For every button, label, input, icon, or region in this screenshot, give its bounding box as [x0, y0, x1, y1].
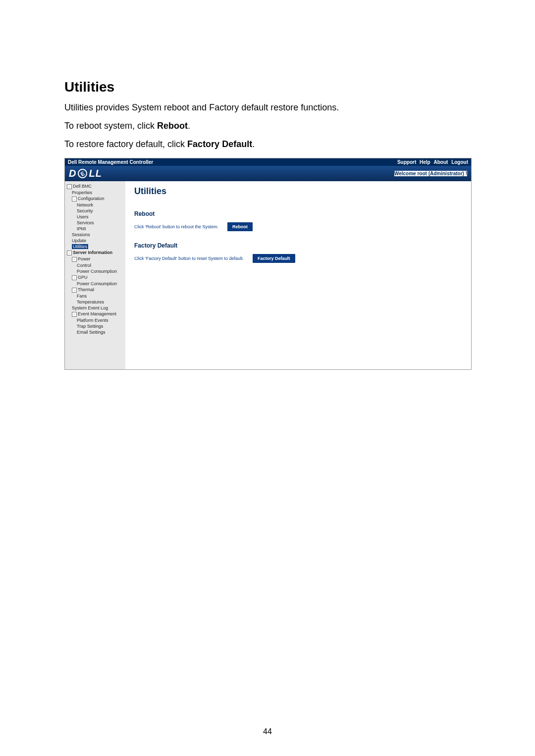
reboot-row: Click 'Reboot' button to reboot the Syst… [134, 222, 464, 231]
window-titlebar: Dell Remote Management Controller Suppor… [65, 158, 471, 166]
nav-tree: -Dell BMC Properties -Configuration Netw… [65, 181, 125, 369]
text: To restore factory default, click [64, 139, 187, 149]
collapse-icon[interactable]: - [72, 312, 77, 317]
nav-update[interactable]: Update [65, 238, 125, 244]
collapse-icon[interactable]: - [72, 288, 77, 293]
window-title: Dell Remote Management Controller [68, 159, 153, 165]
nav-event-management[interactable]: -Event Management [65, 311, 125, 317]
page-number: 44 [0, 727, 535, 736]
factory-default-description: Click 'Factory Default' button to reset … [134, 256, 244, 261]
doc-intro-text: Utilities provides System reboot and Fac… [64, 102, 339, 112]
collapse-icon[interactable]: - [72, 257, 77, 262]
nav-server-info[interactable]: -Server Information [65, 250, 125, 256]
reboot-button[interactable]: Reboot [227, 222, 253, 231]
nav-utilities[interactable]: Utilities [65, 244, 125, 250]
brand-bar: D E LL Welcome root (Administrator) ! [65, 166, 471, 181]
content-pane: Utilities Reboot Click 'Reboot' button t… [125, 181, 471, 369]
welcome-text: Welcome root (Administrator) ! [394, 171, 467, 176]
nav-fans[interactable]: Fans [65, 293, 125, 299]
help-link[interactable]: Help [420, 159, 430, 165]
nav-email-settings[interactable]: Email Settings [65, 329, 125, 335]
collapse-icon[interactable]: - [72, 275, 77, 280]
nav-configuration[interactable]: -Configuration [65, 196, 125, 202]
factory-default-keyword: Factory Default [187, 139, 252, 149]
reboot-description: Click 'Reboot' button to reboot the Syst… [134, 224, 218, 229]
text: To reboot system, click [64, 121, 157, 131]
factory-default-button[interactable]: Factory Default [253, 254, 295, 263]
logo-e-icon: E [76, 167, 89, 180]
reboot-heading: Reboot [134, 210, 464, 217]
nav-network[interactable]: Network [65, 202, 125, 208]
text: . [252, 139, 255, 149]
doc-intro: Utilities provides System reboot and Fac… [64, 101, 471, 114]
nav-trap-settings[interactable]: Trap Settings [65, 323, 125, 329]
nav-security[interactable]: Security [65, 208, 125, 214]
dell-logo: D E LL [69, 168, 102, 179]
nav-power[interactable]: -Power [65, 256, 125, 262]
logo-text-a: D [69, 168, 76, 179]
doc-heading: Utilities [64, 79, 471, 95]
factory-default-heading: Factory Default [134, 242, 464, 249]
content-title: Utilities [134, 186, 464, 197]
collapse-icon[interactable]: - [67, 184, 72, 189]
doc-reboot-instruction: To reboot system, click Reboot. [64, 119, 471, 133]
nav-platform-events[interactable]: Platform Events [65, 317, 125, 323]
nav-gpu[interactable]: -GPU [65, 274, 125, 281]
nav-utilities-active: Utilities [72, 244, 88, 249]
reboot-keyword: Reboot [157, 121, 188, 131]
logo-text-b: LL [89, 168, 102, 179]
nav-sessions[interactable]: Sessions [65, 232, 125, 238]
nav-control[interactable]: Control [65, 262, 125, 268]
embedded-screenshot: Dell Remote Management Controller Suppor… [64, 158, 472, 370]
nav-ipmi[interactable]: IPMI [65, 226, 125, 232]
nav-dell-bmc[interactable]: -Dell BMC [65, 183, 125, 190]
nav-services[interactable]: Services [65, 220, 125, 226]
nav-gpu-power-consumption[interactable]: Power Consumption [65, 281, 125, 287]
support-link[interactable]: Support [397, 159, 416, 165]
nav-power-consumption[interactable]: Power Consumption [65, 268, 125, 274]
about-link[interactable]: About [433, 159, 448, 165]
collapse-icon[interactable]: - [72, 197, 77, 202]
nav-thermal[interactable]: -Thermal [65, 287, 125, 293]
nav-properties[interactable]: Properties [65, 190, 125, 196]
text: . [188, 121, 190, 131]
nav-temperatures[interactable]: Temperatures [65, 299, 125, 305]
logout-link[interactable]: Logout [451, 159, 468, 165]
nav-users[interactable]: Users [65, 214, 125, 220]
factory-default-row: Click 'Factory Default' button to reset … [134, 254, 464, 263]
nav-system-event-log[interactable]: System Event Log [65, 305, 125, 311]
collapse-icon[interactable]: - [67, 251, 72, 255]
top-links: Support Help About Logout [395, 159, 468, 165]
doc-factory-default-instruction: To restore factory default, click Factor… [64, 138, 471, 151]
